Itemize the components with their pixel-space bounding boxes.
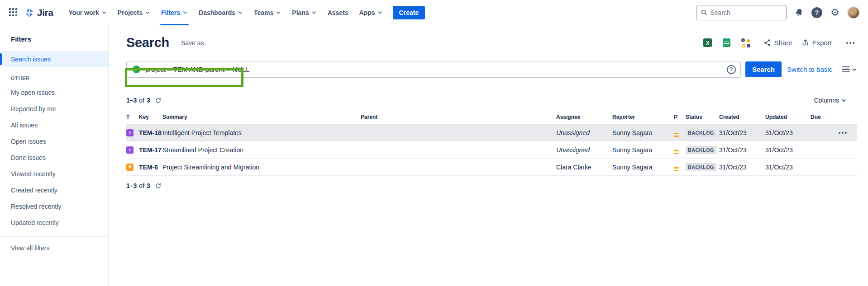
sidebar-item-created-recently[interactable]: Created recently xyxy=(0,182,108,198)
chevron-down-icon xyxy=(276,10,281,15)
sidebar-title: Filters xyxy=(0,35,108,51)
issue-due-date xyxy=(811,141,836,159)
issue-created-date: 31/Oct/23 xyxy=(719,159,765,176)
col-header-created[interactable]: Created xyxy=(719,110,765,124)
more-options-icon[interactable] xyxy=(844,39,857,47)
issue-updated-date: 31/Oct/23 xyxy=(765,141,811,159)
nav-item-your-work[interactable]: Your work xyxy=(63,0,112,25)
issue-summary-link[interactable]: Streamlined Project Creation xyxy=(162,141,361,159)
table-row[interactable]: TEM-6 Project Streamlining and Migration… xyxy=(126,159,857,176)
sidebar-item-open-issues[interactable]: Open issues xyxy=(0,133,108,150)
help-icon[interactable]: ? xyxy=(811,7,823,19)
priority-medium-icon xyxy=(674,133,679,137)
chevron-down-icon xyxy=(841,98,846,103)
issue-assignee: Unassigned xyxy=(556,141,612,159)
chevron-down-icon xyxy=(238,10,243,15)
sidebar-item-view-all-filters[interactable]: View all filters xyxy=(0,240,108,256)
sidebar-item-reported-by-me[interactable]: Reported by me xyxy=(0,101,108,117)
chevron-down-icon xyxy=(101,10,107,15)
col-header-type[interactable]: T xyxy=(126,110,139,124)
col-header-updated[interactable]: Updated xyxy=(765,110,811,124)
issue-reporter: Sunny Sagara xyxy=(612,124,674,141)
search-button[interactable]: Search xyxy=(745,61,782,77)
search-icon xyxy=(701,9,707,16)
sidebar-item-updated-recently[interactable]: Updated recently xyxy=(0,215,108,231)
col-header-assignee[interactable]: Assignee xyxy=(556,110,612,124)
notifications-bell-icon[interactable] xyxy=(793,7,805,19)
status-badge: BACKLOG xyxy=(686,163,716,171)
priority-medium-icon xyxy=(674,150,679,154)
global-search-box[interactable] xyxy=(696,5,787,20)
col-header-priority[interactable]: P xyxy=(674,110,686,124)
sidebar-item-done-issues[interactable]: Done issues xyxy=(0,150,108,166)
jql-query-input[interactable]: project = TEM AND parent = NULL ? xyxy=(126,61,741,78)
sidebar-item-my-open-issues[interactable]: My open issues xyxy=(0,84,108,101)
app-switcher-icon[interactable] xyxy=(9,8,18,17)
addon-app-icon[interactable] xyxy=(740,37,752,49)
page-title: Search xyxy=(126,35,169,50)
table-row[interactable]: TEM-18 Intelligent Project Templates Una… xyxy=(126,124,857,141)
save-as-link[interactable]: Save as xyxy=(181,39,204,47)
columns-dropdown[interactable]: Columns xyxy=(814,97,857,104)
issue-key-link[interactable]: TEM-18 xyxy=(139,124,162,141)
col-header-key[interactable]: Key xyxy=(139,110,162,124)
search-main-panel: Search Save as X Share Export xyxy=(109,25,868,286)
refresh-icon[interactable] xyxy=(155,97,162,104)
row-actions-icon[interactable] xyxy=(836,132,853,134)
sidebar-item-search-issues[interactable]: Search issues xyxy=(0,51,108,67)
nav-item-assets[interactable]: Assets xyxy=(322,0,354,25)
refresh-icon[interactable] xyxy=(155,183,162,189)
global-search-input[interactable] xyxy=(710,9,782,16)
issue-summary-link[interactable]: Project Streamlining and Migration xyxy=(162,159,361,176)
issue-updated-date: 31/Oct/23 xyxy=(765,159,811,176)
col-header-due[interactable]: Due xyxy=(811,110,836,124)
top-navbar: Jira Your work Projects Filters Dashboar… xyxy=(0,0,868,25)
switch-to-basic-link[interactable]: Switch to basic xyxy=(787,66,832,73)
chevron-down-icon xyxy=(145,10,150,15)
export-button[interactable]: Export xyxy=(801,39,832,47)
sidebar-item-resolved-recently[interactable]: Resolved recently xyxy=(0,198,108,215)
issue-created-date: 31/Oct/23 xyxy=(719,124,765,141)
issuetype-idea-icon xyxy=(126,164,134,171)
issue-key-link[interactable]: TEM-6 xyxy=(139,159,162,176)
nav-item-apps[interactable]: Apps xyxy=(354,0,388,25)
chevron-down-icon xyxy=(311,10,317,15)
issue-assignee: Unassigned xyxy=(556,124,612,141)
create-button[interactable]: Create xyxy=(393,6,425,19)
jira-logo[interactable]: Jira xyxy=(24,7,53,18)
nav-item-plans[interactable]: Plans xyxy=(286,0,322,25)
export-google-sheets-icon[interactable] xyxy=(721,37,733,49)
settings-gear-icon[interactable]: ⚙ xyxy=(829,7,841,19)
nav-item-dashboards[interactable]: Dashboards xyxy=(193,0,248,25)
list-view-icon xyxy=(842,66,850,73)
issue-due-date xyxy=(811,124,836,141)
issue-summary-link[interactable]: Intelligent Project Templates xyxy=(162,124,361,141)
nav-item-filters[interactable]: Filters xyxy=(156,0,193,25)
jira-logo-icon xyxy=(24,8,34,18)
col-header-status[interactable]: Status xyxy=(686,110,719,124)
issue-due-date xyxy=(811,159,836,176)
status-badge: BACKLOG xyxy=(686,146,716,154)
col-header-parent[interactable]: Parent xyxy=(361,110,556,124)
nav-item-teams[interactable]: Teams xyxy=(248,0,286,25)
view-options-toggle[interactable] xyxy=(842,66,857,73)
export-excel-icon[interactable]: X xyxy=(702,37,714,49)
share-button[interactable]: Share xyxy=(763,39,792,47)
issue-created-date: 31/Oct/23 xyxy=(719,141,765,159)
nav-item-projects[interactable]: Projects xyxy=(112,0,156,25)
jql-help-icon[interactable]: ? xyxy=(727,65,736,74)
issue-parent xyxy=(361,124,556,141)
chevron-down-icon xyxy=(182,10,188,15)
issues-table: T Key Summary Parent Assignee Reporter P… xyxy=(126,110,857,176)
sidebar-section-other: OTHER xyxy=(0,67,108,84)
chevron-down-icon xyxy=(852,67,857,72)
sidebar-item-viewed-recently[interactable]: Viewed recently xyxy=(0,166,108,182)
sidebar-item-all-issues[interactable]: All issues xyxy=(0,117,108,133)
table-row[interactable]: TEM-17 Streamlined Project Creation Unas… xyxy=(126,141,857,159)
user-avatar[interactable] xyxy=(847,6,860,19)
col-header-summary[interactable]: Summary xyxy=(162,110,361,124)
share-icon xyxy=(763,39,771,47)
col-header-reporter[interactable]: Reporter xyxy=(612,110,674,124)
issue-reporter: Sunny Sagara xyxy=(612,141,674,159)
issue-key-link[interactable]: TEM-17 xyxy=(139,141,162,159)
